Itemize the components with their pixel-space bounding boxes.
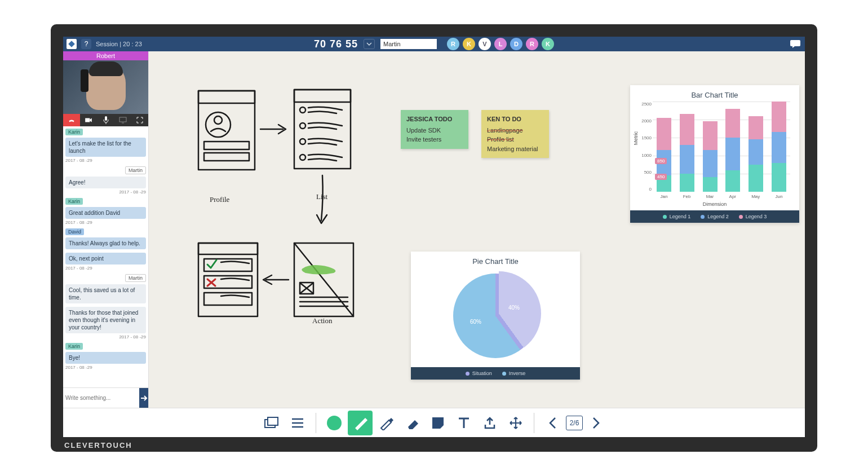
camera-button[interactable] bbox=[80, 114, 97, 126]
screenshare-button[interactable] bbox=[114, 114, 131, 126]
pen-tool[interactable] bbox=[348, 411, 373, 435]
chat-message: Ok, next point bbox=[65, 253, 146, 265]
svg-point-15 bbox=[300, 139, 305, 144]
participant-avatar[interactable]: K bbox=[542, 38, 554, 50]
bar-column bbox=[749, 102, 763, 192]
eraser-tool[interactable] bbox=[400, 411, 424, 435]
svg-point-16 bbox=[300, 155, 305, 160]
whiteboard-canvas[interactable]: Profile List Action JESSICA TODO Update … bbox=[149, 51, 805, 408]
legend-item: Legend 1 bbox=[663, 214, 691, 219]
sticky-title: JESSICA TODO bbox=[406, 114, 463, 124]
bar-column bbox=[725, 102, 740, 192]
svg-rect-6 bbox=[198, 91, 255, 103]
pie-chart-title: Pie Chart Title bbox=[411, 252, 580, 268]
cards-icon[interactable] bbox=[259, 411, 284, 435]
svg-point-8 bbox=[214, 116, 222, 124]
video-feed[interactable] bbox=[63, 60, 148, 114]
help-button[interactable]: ? bbox=[81, 39, 91, 49]
participant-avatar[interactable]: L bbox=[494, 38, 507, 50]
bar-chart-title: Bar Chart Title bbox=[630, 85, 799, 102]
bar-column bbox=[680, 102, 694, 192]
participant-avatar[interactable]: V bbox=[479, 38, 491, 50]
participant-avatar[interactable]: R bbox=[447, 38, 459, 50]
page-indicator[interactable]: 2/6 bbox=[566, 416, 583, 430]
bar-chart-card[interactable]: Bar Chart Title Metric 25002000150010005… bbox=[630, 85, 799, 223]
pie-slice-label: 60% bbox=[470, 319, 481, 325]
legend-item: Inverse bbox=[502, 371, 526, 376]
sticky-note-tool[interactable] bbox=[426, 411, 450, 435]
sticky-line: Invite testers bbox=[406, 135, 463, 144]
svg-rect-12 bbox=[294, 90, 351, 102]
highlighter-tool[interactable] bbox=[374, 411, 398, 435]
chat-sender: Martin bbox=[125, 274, 146, 282]
video-caller-name: Robert bbox=[63, 51, 148, 60]
svg-rect-25 bbox=[268, 417, 278, 425]
prev-page-button[interactable] bbox=[540, 411, 565, 435]
chat-time: 2017 - 08 -29 bbox=[65, 220, 146, 225]
chat-sender: Karin bbox=[65, 129, 83, 135]
hangup-button[interactable] bbox=[63, 114, 80, 126]
chat-sender: Karin bbox=[65, 198, 83, 205]
sticky-title: KEN TO DO bbox=[487, 114, 543, 124]
pie-plot: 40% 60% bbox=[453, 274, 538, 358]
chat-message: Thanks for those that joined even though… bbox=[65, 307, 146, 333]
sticky-line: Marketing material bbox=[487, 144, 543, 154]
svg-rect-10 bbox=[204, 153, 249, 161]
label-action: Action bbox=[312, 316, 332, 325]
sticky-line: Landingpage bbox=[487, 126, 543, 135]
chat-message: Cool, this saved us a lot of time. bbox=[65, 284, 146, 303]
chat-log[interactable]: KarinLet's make the list for the launch2… bbox=[63, 126, 148, 387]
svg-rect-9 bbox=[204, 142, 249, 149]
app-logo-icon[interactable] bbox=[67, 39, 77, 49]
mic-button[interactable] bbox=[97, 114, 114, 126]
next-page-button[interactable] bbox=[584, 411, 609, 435]
chat-time: 2017 - 08 -29 bbox=[65, 365, 146, 370]
svg-rect-3 bbox=[105, 116, 107, 121]
participant-avatar[interactable]: D bbox=[510, 38, 522, 50]
pie-slice-label: 40% bbox=[508, 305, 520, 311]
chat-message: Thanks! Always glad to help. bbox=[65, 237, 146, 249]
video-controls bbox=[63, 114, 148, 126]
menu-icon[interactable] bbox=[285, 411, 310, 435]
text-tool[interactable] bbox=[451, 411, 476, 435]
sticky-line: Update SDK bbox=[406, 126, 463, 135]
chat-sender: Karin bbox=[65, 343, 83, 350]
pie-chart-card[interactable]: Pie Chart Title 40% 60% SituationInverse bbox=[411, 252, 580, 380]
legend-item: Legend 3 bbox=[739, 214, 767, 219]
code-dropdown-icon[interactable] bbox=[364, 39, 375, 49]
sticky-note-ken[interactable]: KEN TO DO Landingpage Profile list Marke… bbox=[481, 110, 549, 158]
bar-plot-area: 850 450 bbox=[653, 102, 790, 192]
chat-send-button[interactable] bbox=[139, 388, 148, 408]
app-header: ? Session | 20 : 23 70 76 55 RKVLDRK bbox=[63, 37, 805, 51]
color-picker[interactable] bbox=[322, 411, 347, 435]
chat-time: 2017 - 08 -29 bbox=[65, 189, 146, 195]
move-tool[interactable] bbox=[503, 411, 528, 435]
chat-sender: Martin bbox=[125, 166, 146, 174]
chat-message: Great addition David bbox=[65, 207, 146, 219]
chat-time: 2017 - 08 -29 bbox=[65, 266, 146, 271]
svg-marker-0 bbox=[68, 41, 75, 47]
x-axis-title: Dimension bbox=[630, 200, 799, 210]
bar-column bbox=[703, 102, 718, 192]
participant-avatar[interactable]: K bbox=[463, 38, 475, 50]
participant-avatars: RKVLDRK bbox=[447, 38, 554, 50]
chat-message: Bye! bbox=[65, 352, 146, 364]
bar-annotation: 850 bbox=[655, 158, 667, 164]
chat-input[interactable] bbox=[63, 388, 139, 408]
label-list: List bbox=[316, 192, 327, 201]
y-axis-ticks: 25002000150010005000 bbox=[635, 102, 652, 192]
chat-time: 2017 - 08 -29 bbox=[65, 158, 146, 163]
sticky-note-jessica[interactable]: JESSICA TODO Update SDK Invite testers bbox=[401, 110, 468, 149]
name-input[interactable] bbox=[380, 39, 437, 49]
share-icon[interactable] bbox=[477, 411, 502, 435]
chat-sender: David bbox=[65, 228, 84, 235]
bar-chart-legend: Legend 1Legend 2Legend 3 bbox=[630, 210, 799, 223]
participant-avatar[interactable]: R bbox=[526, 38, 538, 50]
session-label: Session | 20 : 23 bbox=[96, 41, 142, 47]
chat-toggle-icon[interactable] bbox=[790, 40, 800, 48]
svg-point-13 bbox=[300, 107, 305, 113]
x-axis-labels: JanFebMarAprMayJun bbox=[630, 192, 799, 200]
svg-rect-18 bbox=[198, 243, 258, 254]
legend-item: Situation bbox=[466, 371, 492, 376]
fullscreen-button[interactable] bbox=[131, 114, 148, 126]
